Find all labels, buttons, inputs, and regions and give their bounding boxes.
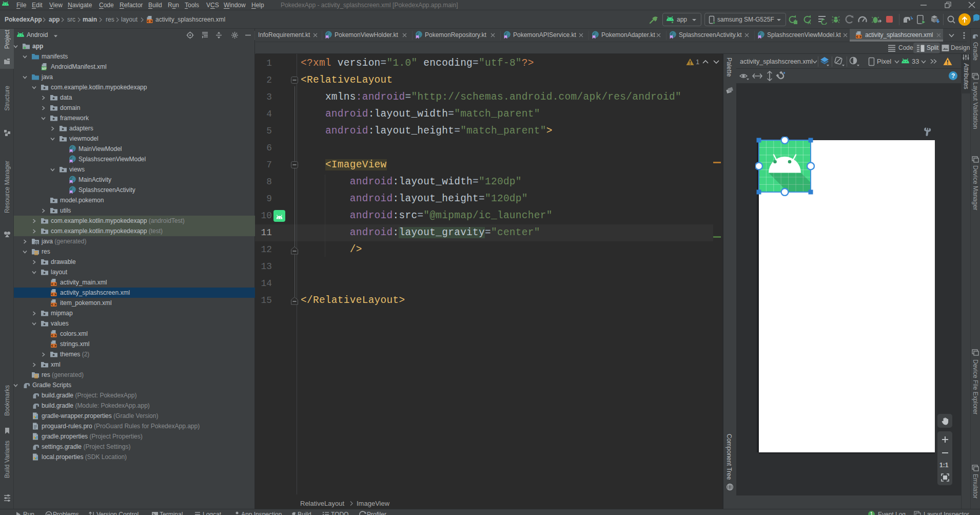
svg-text:A: A (808, 20, 811, 25)
svg-text:MF: MF (42, 67, 47, 70)
